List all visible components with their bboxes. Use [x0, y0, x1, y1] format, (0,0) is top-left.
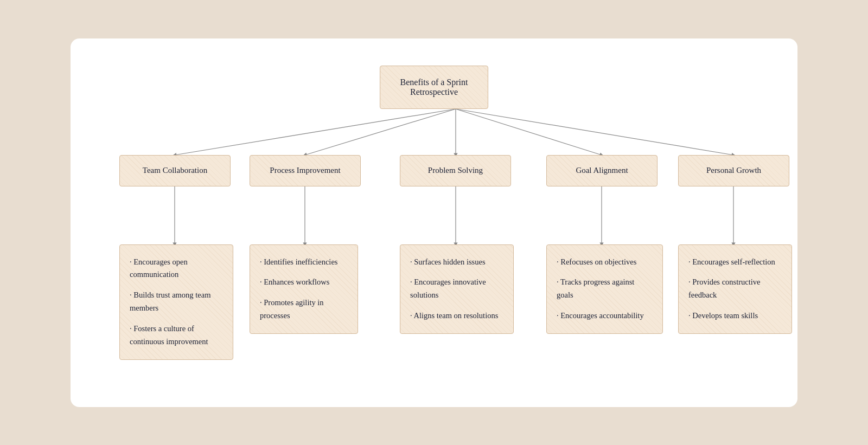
detail-team-box: · Encourages open communication · Builds… [119, 244, 233, 360]
cat-process-node: Process Improvement [250, 155, 361, 186]
diagram: Benefits of a Sprint Retrospective Team … [92, 60, 776, 380]
cat-goal-node: Goal Alignment [546, 155, 658, 186]
cat-personal-node: Personal Growth [678, 155, 789, 186]
detail-goal-box: · Refocuses on objectives · Tracks progr… [546, 244, 663, 334]
cat-team-node: Team Collaboration [119, 155, 231, 186]
svg-line-4 [456, 109, 733, 155]
detail-item: · Encourages open communication [130, 256, 223, 282]
root-node: Benefits of a Sprint Retrospective [380, 66, 488, 109]
detail-item: · Encourages accountability [557, 309, 653, 323]
cat-problem-node: Problem Solving [400, 155, 511, 186]
detail-item: · Promotes agility in processes [260, 296, 348, 323]
detail-item: · Fosters a culture of continuous improv… [130, 323, 223, 349]
detail-personal-box: · Encourages self-reflection · Provides … [678, 244, 792, 334]
svg-line-3 [456, 109, 602, 155]
detail-problem-box: · Surfaces hidden issues · Encourages in… [400, 244, 514, 334]
detail-item: · Enhances workflows [260, 276, 348, 289]
detail-item: · Encourages self-reflection [688, 256, 782, 269]
svg-line-0 [175, 109, 456, 155]
detail-item: · Encourages innovative solutions [410, 276, 503, 302]
detail-item: · Develops team skills [688, 309, 782, 323]
detail-item: · Aligns team on resolutions [410, 309, 503, 323]
detail-item: · Builds trust among team members [130, 289, 223, 315]
detail-item: · Identifies inefficiencies [260, 256, 348, 269]
detail-item: · Provides constructive feedback [688, 276, 782, 302]
svg-line-1 [305, 109, 456, 155]
main-card: Benefits of a Sprint Retrospective Team … [71, 38, 797, 407]
detail-item: · Tracks progress against goals [557, 276, 653, 302]
detail-item: · Refocuses on objectives [557, 256, 653, 269]
detail-item: · Surfaces hidden issues [410, 256, 503, 269]
detail-process-box: · Identifies inefficiencies · Enhances w… [250, 244, 358, 334]
